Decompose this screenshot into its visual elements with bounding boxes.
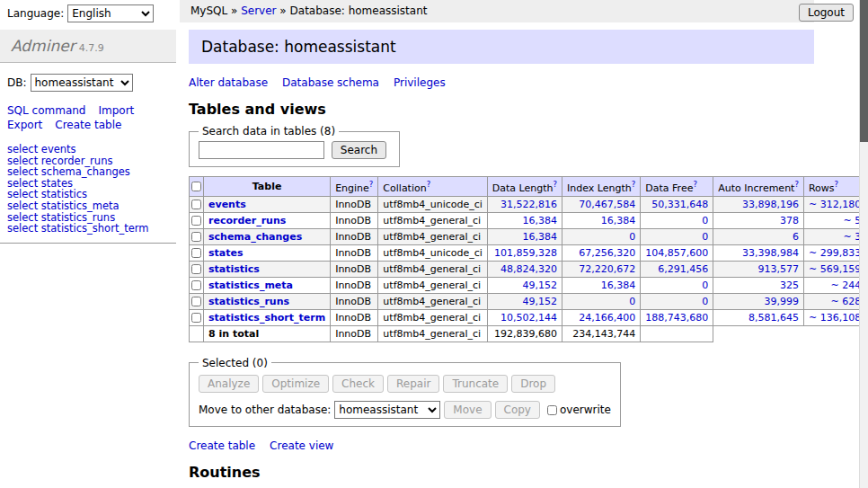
footer-select-cell [190, 325, 204, 342]
auto-increment-link[interactable]: 33,398,984 [742, 247, 799, 259]
privileges-link[interactable]: Privileges [394, 76, 446, 89]
overwrite-checkbox[interactable] [547, 405, 557, 415]
table-name-link[interactable]: statistics_meta [208, 279, 293, 291]
create-table-link[interactable]: Create table [55, 119, 121, 131]
index-length-link[interactable]: 72,220,672 [579, 263, 635, 275]
index-length-link[interactable]: 70,467,584 [579, 199, 635, 210]
data-length-link[interactable]: 49,152 [523, 279, 558, 291]
drop-button[interactable]: Drop [511, 375, 555, 393]
data-length-link[interactable]: 49,152 [523, 296, 558, 307]
column-help-link[interactable]: ? [632, 180, 636, 189]
sidebar-actions: SQL commandImport ExportCreate table [7, 104, 169, 131]
import-link[interactable]: Import [98, 104, 134, 117]
data-length-link[interactable]: 10,502,144 [500, 312, 557, 324]
rows-count-link[interactable]: ~ 299,833 [809, 247, 861, 259]
rows-count-link[interactable]: ~ 569,159 [809, 263, 861, 275]
auto-increment-link[interactable]: 325 [780, 279, 799, 291]
alter-database-link[interactable]: Alter database [189, 76, 268, 89]
auto-increment-link[interactable]: 378 [780, 215, 799, 226]
column-help-link[interactable]: ? [427, 180, 431, 189]
column-help-link[interactable]: ? [835, 180, 839, 189]
repair-button[interactable]: Repair [387, 375, 439, 393]
column-help-link[interactable]: ? [794, 180, 799, 189]
auto-increment-link[interactable]: 913,577 [757, 263, 799, 275]
table-name-link[interactable]: statistics [208, 263, 260, 275]
row-checkbox[interactable] [191, 232, 201, 242]
row-checkbox[interactable] [191, 280, 201, 290]
database-schema-link[interactable]: Database schema [282, 76, 379, 89]
column-help-link[interactable]: ? [554, 180, 558, 189]
sql-command-link[interactable]: SQL command [7, 104, 85, 117]
row-checkbox[interactable] [191, 264, 201, 274]
rows-count-link[interactable]: ~ 136,108 [809, 312, 861, 324]
auto-increment-link[interactable]: 33,898,196 [742, 199, 799, 210]
data-free-link[interactable]: 6,291,456 [658, 263, 708, 275]
db-label: DB: [7, 76, 27, 89]
data-free-link[interactable]: 0 [702, 279, 708, 291]
row-checkbox[interactable] [191, 200, 201, 209]
column-help-link[interactable]: ? [369, 180, 374, 189]
create-view-link[interactable]: Create view [270, 439, 333, 452]
truncate-button[interactable]: Truncate [443, 375, 508, 393]
auto-increment-link[interactable]: 8,581,645 [748, 312, 799, 324]
column-help-link[interactable]: ? [693, 180, 697, 189]
search-input[interactable] [199, 141, 324, 159]
footer-collation-cell: utf8mb4_general_ci [378, 325, 487, 342]
data-length-link[interactable]: 16,384 [523, 231, 558, 243]
row-checkbox[interactable] [191, 297, 201, 306]
data-free-link[interactable]: 0 [702, 296, 708, 307]
index-length-link[interactable]: 0 [629, 231, 635, 243]
row-checkbox[interactable] [191, 248, 201, 258]
rows-count-link[interactable]: ~ 312,180 [809, 199, 861, 210]
breadcrumb-link-server[interactable]: Server [241, 4, 276, 17]
table-name-link[interactable]: states [208, 247, 244, 259]
data-free-link[interactable]: 0 [702, 231, 708, 243]
scrollbar-thumb[interactable] [860, 0, 868, 142]
index-length-link[interactable]: 16,384 [601, 279, 636, 291]
create-table-link[interactable]: Create table [189, 439, 255, 452]
move-db-select[interactable]: homeassistant [334, 401, 440, 419]
tables-heading: Tables and views [189, 101, 814, 118]
index-length-link[interactable]: 0 [629, 296, 635, 307]
db-select[interactable]: homeassistant [31, 74, 133, 92]
rows-count-link[interactable]: ~ 628 [830, 296, 861, 307]
language-select[interactable]: English [67, 4, 154, 22]
index-length-link[interactable]: 16,384 [601, 215, 636, 226]
row-checkbox[interactable] [191, 216, 201, 226]
data-length-link[interactable]: 101,859,328 [494, 247, 557, 259]
sidebar-select-statistics-short-term-link[interactable]: select statistics_short_term [7, 222, 148, 235]
index-length-link[interactable]: 67,256,320 [579, 247, 635, 259]
auto-increment-link[interactable]: 39,999 [764, 296, 799, 307]
index-length-link[interactable]: 24,166,400 [579, 312, 635, 324]
sidebar-actions-row-1: SQL commandImport [7, 104, 169, 117]
row-select-cell [190, 228, 204, 244]
export-link[interactable]: Export [7, 119, 42, 131]
optimize-button[interactable]: Optimize [262, 375, 329, 393]
table-name-link[interactable]: schema_changes [208, 231, 302, 243]
data-free-link[interactable]: 188,743,680 [645, 312, 708, 324]
rows-count-link[interactable]: ~ 244 [830, 279, 861, 291]
table-name-link[interactable]: statistics_short_term [208, 312, 325, 324]
auto-increment-link[interactable]: 6 [793, 231, 799, 243]
search-button[interactable]: Search [332, 141, 386, 159]
data-length-link[interactable]: 16,384 [523, 215, 558, 226]
data-length-link[interactable]: 31,522,816 [500, 199, 557, 210]
table-name-link[interactable]: statistics_runs [208, 296, 289, 307]
data-free-link[interactable]: 0 [702, 215, 708, 226]
scrollbar[interactable] [859, 0, 868, 488]
data-length-cell: 101,859,328 [487, 244, 562, 261]
select-all-checkbox[interactable] [191, 182, 201, 191]
table-row: statistics_runsInnoDButf8mb4_general_ci4… [190, 293, 868, 309]
logout-button[interactable]: Logout [799, 4, 854, 22]
copy-button[interactable]: Copy [495, 401, 540, 419]
analyze-button[interactable]: Analyze [199, 375, 259, 393]
row-checkbox[interactable] [191, 313, 201, 323]
data-length-link[interactable]: 48,824,320 [500, 263, 557, 275]
move-button[interactable]: Move [444, 401, 491, 419]
collation-cell: utf8mb4_general_ci [378, 309, 487, 325]
data-free-link[interactable]: 50,331,648 [651, 199, 708, 210]
table-name-link[interactable]: recorder_runs [208, 215, 286, 226]
data-free-link[interactable]: 104,857,600 [645, 247, 708, 259]
check-button[interactable]: Check [332, 375, 384, 393]
table-name-link[interactable]: events [208, 199, 246, 210]
